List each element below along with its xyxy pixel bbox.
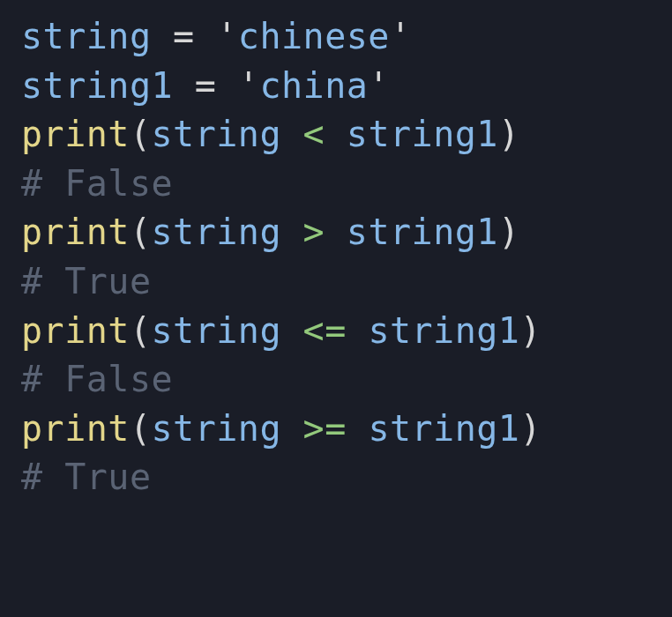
space xyxy=(281,408,303,449)
variable-name: string xyxy=(21,16,152,56)
string-quote: ' xyxy=(238,65,260,106)
space xyxy=(325,212,347,252)
variable-name: string1 xyxy=(368,310,519,351)
function-name: print xyxy=(21,212,130,252)
space xyxy=(281,114,303,154)
space xyxy=(347,408,369,449)
variable-name: string xyxy=(152,408,282,449)
function-name: print xyxy=(21,408,130,449)
paren-open: ( xyxy=(130,310,152,351)
comment: # False xyxy=(21,163,173,204)
paren-open: ( xyxy=(130,212,152,252)
comment: # True xyxy=(21,261,152,301)
string-quote: ' xyxy=(368,65,390,106)
function-name: print xyxy=(21,114,130,154)
code-line: string1 = 'china' xyxy=(21,65,390,106)
comment: # True xyxy=(21,457,152,497)
code-line: print(string >= string1) xyxy=(21,408,541,449)
assign-operator: = xyxy=(152,16,217,56)
string-quote: ' xyxy=(216,16,238,56)
paren-close: ) xyxy=(498,114,520,154)
paren-close: ) xyxy=(498,212,520,252)
comparison-operator: > xyxy=(303,212,325,252)
assign-operator: = xyxy=(173,65,238,106)
variable-name: string1 xyxy=(368,408,519,449)
space xyxy=(325,114,347,154)
function-name: print xyxy=(21,310,130,351)
string-quote: ' xyxy=(390,16,412,56)
variable-name: string xyxy=(152,114,282,154)
comparison-operator: <= xyxy=(303,310,347,351)
string-literal: chinese xyxy=(238,16,390,56)
comment: # False xyxy=(21,359,173,399)
code-line: # True xyxy=(21,457,152,497)
variable-name: string1 xyxy=(347,212,498,252)
code-line: # False xyxy=(21,359,173,399)
code-line: # False xyxy=(21,163,173,204)
code-line: # True xyxy=(21,261,152,301)
space xyxy=(281,310,303,351)
code-line: string = 'chinese' xyxy=(21,16,412,56)
variable-name: string xyxy=(152,212,282,252)
variable-name: string1 xyxy=(347,114,498,154)
paren-open: ( xyxy=(130,408,152,449)
code-block: string = 'chinese' string1 = 'china' pri… xyxy=(0,0,672,515)
space xyxy=(347,310,369,351)
space xyxy=(281,212,303,252)
variable-name: string xyxy=(152,310,282,351)
paren-open: ( xyxy=(130,114,152,154)
code-line: print(string <= string1) xyxy=(21,310,541,351)
code-line: print(string < string1) xyxy=(21,114,519,154)
code-line: print(string > string1) xyxy=(21,212,519,252)
comparison-operator: < xyxy=(303,114,325,154)
string-literal: china xyxy=(259,65,368,106)
comparison-operator: >= xyxy=(303,408,347,449)
paren-close: ) xyxy=(519,408,541,449)
paren-close: ) xyxy=(519,310,541,351)
variable-name: string1 xyxy=(21,65,173,106)
